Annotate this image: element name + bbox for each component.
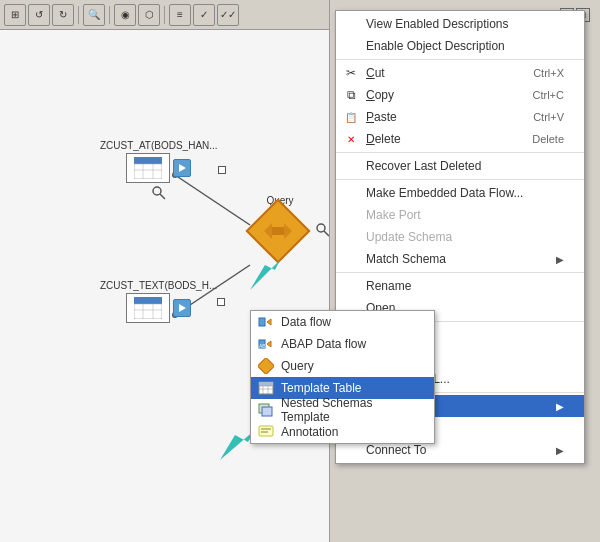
svg-rect-5	[134, 157, 162, 164]
abap-icon: AB	[257, 335, 275, 353]
menu-item-enable-obj[interactable]: Enable Object Description	[336, 35, 584, 57]
menu-section-3: Recover Last Deleted	[336, 153, 584, 180]
menu-item-recover[interactable]: Recover Last Deleted	[336, 155, 584, 177]
svg-marker-25	[267, 319, 271, 325]
source1-zoom	[152, 186, 166, 200]
svg-rect-13	[134, 297, 162, 304]
menu-section-2: ✂ Cut Ctrl+X ⧉ Copy Ctrl+C 📋 Paste Ctrl+…	[336, 60, 584, 153]
toolbar-sep-2	[109, 6, 110, 24]
submenu-item-query[interactable]: Query	[251, 355, 434, 377]
svg-rect-31	[259, 382, 273, 386]
source-node-2[interactable]: ZCUST_TEXT(BODS_H...	[100, 280, 217, 323]
submenu-item-nested[interactable]: Nested Schemas Template	[251, 399, 434, 421]
source1-port	[218, 166, 226, 174]
source2-icon	[126, 293, 170, 323]
delete-icon: ✕	[342, 130, 360, 148]
svg-point-10	[153, 187, 161, 195]
toolbar-btn-circle[interactable]: ◉	[114, 4, 136, 26]
menu-item-match-schema[interactable]: Match Schema ▶	[336, 248, 584, 270]
toolbar-btn-hex[interactable]: ⬡	[138, 4, 160, 26]
cut-icon: ✂	[342, 64, 360, 82]
submenu-item-abap[interactable]: AB ABAP Data flow	[251, 333, 434, 355]
copy-icon: ⧉	[342, 86, 360, 104]
teal-arrow-1	[245, 255, 285, 298]
svg-text:AB: AB	[259, 343, 266, 349]
query-icon-box	[245, 198, 310, 263]
menu-section-1: View Enabled Descriptions Enable Object …	[336, 11, 584, 60]
add-new-arrow: ▶	[556, 401, 564, 412]
source1-play[interactable]	[173, 159, 191, 177]
source2-play[interactable]	[173, 299, 191, 317]
toolbar-btn-magnify[interactable]: 🔍	[83, 4, 105, 26]
source2-label: ZCUST_TEXT(BODS_H...	[100, 280, 217, 291]
submenu-add-new: Data flow AB ABAP Data flow Query	[250, 310, 435, 444]
toolbar-sep-1	[78, 6, 79, 24]
svg-rect-29	[258, 358, 274, 374]
toolbar-btn-check1[interactable]: ✓	[193, 4, 215, 26]
dataflow-icon	[257, 313, 275, 331]
source-node-1[interactable]: ZCUST_AT(BODS_HAN...	[100, 140, 218, 200]
toolbar-sep-3	[164, 6, 165, 24]
canvas-area: ⊞ ↺ ↻ 🔍 ◉ ⬡ ≡ ✓ ✓✓ ZCUST_AT(BODS_HAN...	[0, 0, 330, 542]
menu-item-paste[interactable]: 📋 Paste Ctrl+V	[336, 106, 584, 128]
source1-label: ZCUST_AT(BODS_HAN...	[100, 140, 218, 151]
toolbar-btn-list[interactable]: ≡	[169, 4, 191, 26]
submenu-item-dataflow[interactable]: Data flow	[251, 311, 434, 333]
menu-item-rename[interactable]: Rename	[336, 275, 584, 297]
toolbar-btn-2[interactable]: ↺	[28, 4, 50, 26]
submenu-item-annotation[interactable]: Annotation	[251, 421, 434, 443]
paste-icon: 📋	[342, 108, 360, 126]
menu-item-cut[interactable]: ✂ Cut Ctrl+X	[336, 62, 584, 84]
svg-marker-28	[267, 341, 271, 347]
svg-line-11	[160, 194, 165, 199]
query-node[interactable]: Query	[255, 195, 305, 254]
menu-item-make-port: Make Port	[336, 204, 584, 226]
svg-line-23	[324, 231, 329, 236]
toolbar: ⊞ ↺ ↻ 🔍 ◉ ⬡ ≡ ✓ ✓✓	[0, 0, 329, 30]
df-canvas[interactable]: ZCUST_AT(BODS_HAN...	[0, 30, 330, 542]
toolbar-btn-3[interactable]: ↻	[52, 4, 74, 26]
svg-marker-19	[272, 223, 292, 239]
source1-icon	[126, 153, 170, 183]
nested-icon	[257, 401, 275, 419]
toolbar-btn-check2[interactable]: ✓✓	[217, 4, 239, 26]
svg-marker-20	[250, 260, 280, 290]
menu-item-make-embedded[interactable]: Make Embedded Data Flow...	[336, 182, 584, 204]
menu-item-update-schema: Update Schema	[336, 226, 584, 248]
svg-rect-24	[259, 318, 265, 326]
svg-rect-38	[259, 426, 273, 436]
toolbar-btn-1[interactable]: ⊞	[4, 4, 26, 26]
query-icon	[257, 357, 275, 375]
template-table-icon	[257, 379, 275, 397]
menu-section-4: Make Embedded Data Flow... Make Port Upd…	[336, 180, 584, 273]
canvas-zoom-icon	[316, 223, 330, 240]
menu-item-delete[interactable]: ✕ Delete Delete	[336, 128, 584, 150]
match-schema-arrow: ▶	[556, 254, 564, 265]
annotation-icon	[257, 423, 275, 441]
source2-port	[217, 298, 225, 306]
svg-point-22	[317, 224, 325, 232]
connect-to-arrow: ▶	[556, 445, 564, 456]
menu-item-view-enabled[interactable]: View Enabled Descriptions	[336, 13, 584, 35]
svg-rect-37	[262, 407, 272, 416]
menu-item-copy[interactable]: ⧉ Copy Ctrl+C	[336, 84, 584, 106]
